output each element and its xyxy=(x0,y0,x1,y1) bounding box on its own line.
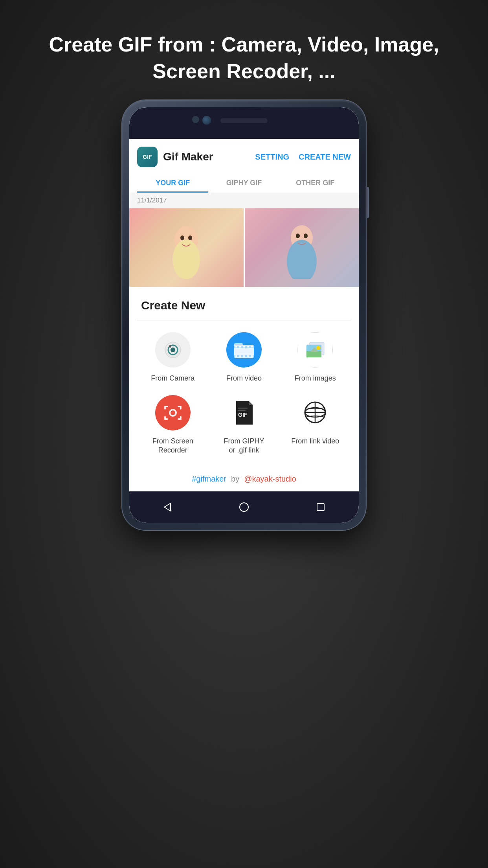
tab-giphy-gif[interactable]: GIPHY GIF xyxy=(208,173,279,193)
svg-point-33 xyxy=(171,410,175,415)
svg-rect-21 xyxy=(235,355,237,357)
video-label: From video xyxy=(226,374,262,383)
svg-rect-19 xyxy=(247,346,249,348)
recents-icon xyxy=(315,502,326,513)
svg-point-42 xyxy=(240,503,248,511)
footer-by: by xyxy=(231,474,239,484)
svg-rect-22 xyxy=(239,355,241,357)
nav-home-button[interactable] xyxy=(237,500,251,514)
app-title: Gif Maker xyxy=(163,151,246,163)
tab-other-gif[interactable]: OTHER GIF xyxy=(280,173,351,193)
footer-hashtag: #gifmaker xyxy=(192,474,226,484)
app-tabs: YOUR GIF GIPHY GIF OTHER GIF xyxy=(137,173,351,193)
images-label: From images xyxy=(295,374,336,383)
create-new-sheet: Create New xyxy=(129,287,359,491)
svg-point-6 xyxy=(296,234,300,238)
option-screen-recorder[interactable]: From ScreenRecorder xyxy=(137,395,208,455)
create-new-title: Create New xyxy=(129,287,359,320)
option-link-video[interactable]: From link video xyxy=(280,395,351,455)
gif-thumb-2[interactable] xyxy=(245,208,359,287)
option-images[interactable]: From images xyxy=(280,332,351,383)
svg-point-2 xyxy=(180,235,184,240)
svg-text:GIF: GIF xyxy=(238,412,248,418)
app-header: GIF Gif Maker SETTING CREATE NEW YOUR GI… xyxy=(129,139,359,193)
svg-rect-24 xyxy=(247,355,249,357)
svg-rect-30 xyxy=(306,351,321,357)
nav-back-button[interactable] xyxy=(160,500,174,514)
phone-bottom-nav xyxy=(129,491,359,523)
option-video[interactable]: From video xyxy=(208,332,279,383)
images-icon-wrap xyxy=(297,332,333,368)
globe-svg xyxy=(303,400,328,425)
phone-speaker xyxy=(220,118,268,123)
gif-thumb-1[interactable] xyxy=(129,208,244,287)
back-icon xyxy=(162,502,173,513)
svg-rect-25 xyxy=(251,355,253,357)
camera-icon-wrap xyxy=(155,332,191,368)
screen-recorder-icon-wrap xyxy=(155,395,191,430)
svg-rect-20 xyxy=(251,346,253,348)
phone-outer-shell: GIF Gif Maker SETTING CREATE NEW YOUR GI… xyxy=(122,100,366,530)
svg-point-7 xyxy=(304,234,308,238)
images-icon xyxy=(303,339,327,361)
camera-label: From Camera xyxy=(151,374,194,383)
gif-file-icon: GIF xyxy=(226,395,262,430)
phone-screen: GIF Gif Maker SETTING CREATE NEW YOUR GI… xyxy=(129,107,359,523)
footer-studio: @kayak-studio xyxy=(244,474,296,484)
svg-point-10 xyxy=(171,348,175,352)
date-label: 11/1/2017 xyxy=(129,193,359,208)
front-camera-dot xyxy=(202,116,211,125)
video-icon-wrap xyxy=(226,332,262,368)
phone-top-bezel xyxy=(129,107,359,139)
svg-rect-35 xyxy=(238,408,248,409)
gif-file-svg: GIF xyxy=(232,399,256,427)
link-video-label: From link video xyxy=(291,437,339,446)
setting-button[interactable]: SETTING xyxy=(255,153,289,162)
tab-your-gif[interactable]: YOUR GIF xyxy=(137,173,208,193)
option-giphy[interactable]: GIF From GIPHYor .gif link xyxy=(208,395,279,455)
thumb-svg-1 xyxy=(171,216,202,279)
gif-image-1 xyxy=(129,208,244,287)
app-header-top: GIF Gif Maker SETTING CREATE NEW xyxy=(137,147,351,167)
thumb-svg-2 xyxy=(286,216,317,279)
svg-rect-36 xyxy=(238,410,246,411)
images-folder xyxy=(297,332,333,368)
headline-prefix: Create GIF from : xyxy=(49,33,221,56)
screen-recorder-icon xyxy=(155,395,191,430)
svg-rect-16 xyxy=(235,346,237,348)
svg-point-29 xyxy=(316,346,320,350)
video-folder-icon xyxy=(232,340,256,360)
video-folder xyxy=(226,332,262,368)
svg-rect-18 xyxy=(243,346,245,348)
home-icon xyxy=(238,502,250,513)
svg-point-5 xyxy=(287,240,317,279)
globe-icon-wrap xyxy=(297,395,333,430)
create-new-button[interactable]: CREATE NEW xyxy=(299,153,351,162)
phone-device: GIF Gif Maker SETTING CREATE NEW YOUR GI… xyxy=(122,100,366,530)
app-screen: GIF Gif Maker SETTING CREATE NEW YOUR GI… xyxy=(129,139,359,491)
gif-link-icon-wrap: GIF xyxy=(226,395,262,430)
svg-point-11 xyxy=(169,345,171,348)
option-camera[interactable]: From Camera xyxy=(137,332,208,383)
options-grid: From Camera xyxy=(129,320,359,467)
gif-image-2 xyxy=(245,208,359,287)
front-camera-area xyxy=(192,116,211,125)
app-logo: GIF xyxy=(137,147,158,167)
svg-marker-41 xyxy=(164,503,171,511)
camera-icon xyxy=(161,338,184,361)
svg-rect-17 xyxy=(239,346,241,348)
gif-grid xyxy=(129,208,359,287)
globe-icon xyxy=(297,395,333,430)
svg-point-3 xyxy=(188,235,192,240)
create-new-footer: #gifmaker by @kayak-studio xyxy=(129,467,359,491)
screen-recorder-label: From ScreenRecorder xyxy=(152,437,193,455)
svg-rect-43 xyxy=(317,504,324,511)
headline: Create GIF from : Camera, Video, Image, … xyxy=(0,0,488,100)
nav-recents-button[interactable] xyxy=(314,500,328,514)
svg-rect-23 xyxy=(243,355,245,357)
screen-rec-svg xyxy=(161,401,185,425)
giphy-label: From GIPHYor .gif link xyxy=(224,437,264,455)
app-logo-text: GIF xyxy=(143,154,152,160)
sensor-dot xyxy=(192,116,199,123)
